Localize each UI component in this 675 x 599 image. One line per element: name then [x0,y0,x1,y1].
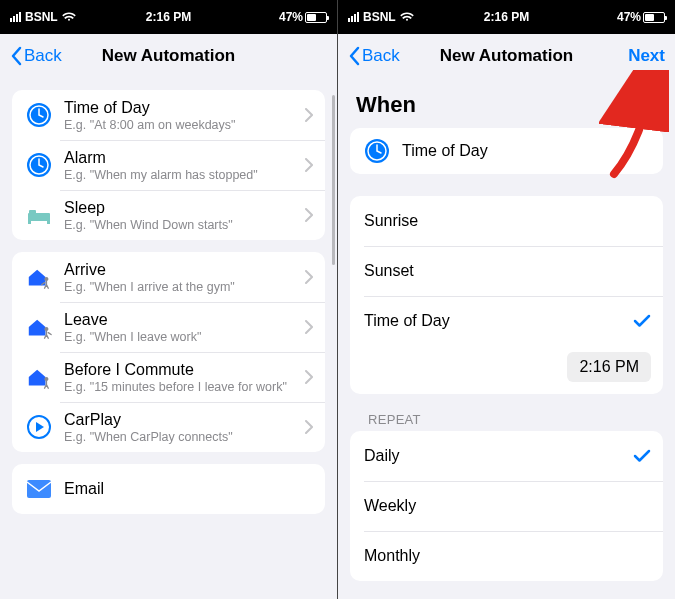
trigger-subtitle: E.g. "When I arrive at the gym" [64,280,305,294]
chevron-right-icon [305,370,313,384]
right-screen: BSNL 2:16 PM 47% Back New Automation Nex… [338,0,675,599]
time-picker[interactable]: 2:16 PM [567,352,651,382]
battery-icon [643,12,665,23]
status-time: 2:16 PM [146,10,191,24]
scrollbar-icon[interactable] [332,95,335,265]
clock-icon [364,138,390,164]
battery-icon [305,12,327,23]
trigger-time-of-day[interactable]: Time of DayE.g. "At 8:00 am on weekdays" [12,90,325,140]
cellular-signal-icon [10,12,21,22]
trigger-carplay[interactable]: CarPlayE.g. "When CarPlay connects" [12,402,325,452]
chevron-right-icon [305,420,313,434]
status-time: 2:16 PM [484,10,529,24]
status-bar: BSNL 2:16 PM 47% [338,0,675,34]
svg-rect-12 [27,480,51,498]
trigger-before-commute[interactable]: Before I CommuteE.g. "15 minutes before … [12,352,325,402]
trigger-email[interactable]: Email [12,464,325,514]
repeat-options-group: Daily Weekly Monthly [350,431,663,581]
svg-rect-4 [28,213,50,221]
trigger-subtitle: E.g. "When Wind Down starts" [64,218,305,232]
trigger-group-location: ArriveE.g. "When I arrive at the gym" Le… [12,252,325,452]
time-options-group: Sunrise Sunset Time of Day 2:16 PM [350,196,663,394]
selected-trigger-card: Time of Day [350,128,663,174]
next-button[interactable]: Next [628,46,665,66]
repeat-daily[interactable]: Daily [350,431,663,481]
chevron-left-icon [348,46,360,66]
clock-icon [26,102,52,128]
svg-rect-7 [47,220,50,224]
option-sunset[interactable]: Sunset [350,246,663,296]
carplay-icon [26,414,52,440]
trigger-group-time: Time of DayE.g. "At 8:00 am on weekdays"… [12,90,325,240]
svg-rect-6 [28,220,31,224]
chevron-right-icon [305,158,313,172]
repeat-weekly[interactable]: Weekly [350,481,663,531]
left-screen: BSNL 2:16 PM 47% Back New Automation Tim… [0,0,337,599]
trigger-title: Leave [64,311,305,329]
trigger-title: CarPlay [64,411,305,429]
checkmark-icon [633,314,651,328]
carrier-label: BSNL [25,10,58,24]
mail-icon [26,476,52,502]
battery-percent: 47% [617,10,641,24]
when-header: When [356,92,657,118]
back-label: Back [24,46,62,66]
wifi-icon [62,12,76,22]
chevron-right-icon [305,270,313,284]
home-leave-icon [26,314,52,340]
repeat-section-label: REPEAT [368,412,657,427]
triggers-list[interactable]: Time of DayE.g. "At 8:00 am on weekdays"… [0,78,337,599]
back-button[interactable]: Back [10,46,62,66]
trigger-title: Before I Commute [64,361,305,379]
trigger-title: Arrive [64,261,305,279]
back-label: Back [362,46,400,66]
trigger-group-comm: Email [12,464,325,514]
clock-icon [26,152,52,178]
trigger-subtitle: E.g. "When my alarm has stopped" [64,168,305,182]
trigger-title: Email [64,480,313,498]
checkmark-icon [633,449,651,463]
trigger-title: Alarm [64,149,305,167]
when-config[interactable]: When Time of Day Sunrise Sunset Time of … [338,78,675,599]
trigger-leave[interactable]: LeaveE.g. "When I leave work" [12,302,325,352]
home-arrive-icon [26,264,52,290]
svg-rect-5 [29,210,36,214]
trigger-title: Sleep [64,199,305,217]
carrier-label: BSNL [363,10,396,24]
option-time-of-day[interactable]: Time of Day [350,296,663,346]
wifi-icon [400,12,414,22]
trigger-subtitle: E.g. "15 minutes before I leave for work… [64,380,305,394]
battery-percent: 47% [279,10,303,24]
trigger-subtitle: E.g. "When CarPlay connects" [64,430,305,444]
bed-icon [26,202,52,228]
option-sunrise[interactable]: Sunrise [350,196,663,246]
selected-trigger-label: Time of Day [402,142,488,160]
chevron-left-icon [10,46,22,66]
home-commute-icon [26,364,52,390]
chevron-right-icon [305,108,313,122]
nav-bar: Back New Automation [0,34,337,78]
repeat-monthly[interactable]: Monthly [350,531,663,581]
trigger-title: Time of Day [64,99,305,117]
trigger-arrive[interactable]: ArriveE.g. "When I arrive at the gym" [12,252,325,302]
chevron-right-icon [305,208,313,222]
trigger-subtitle: E.g. "When I leave work" [64,330,305,344]
back-button[interactable]: Back [348,46,400,66]
nav-bar: Back New Automation Next [338,34,675,78]
chevron-right-icon [305,320,313,334]
trigger-sleep[interactable]: SleepE.g. "When Wind Down starts" [12,190,325,240]
cellular-signal-icon [348,12,359,22]
trigger-subtitle: E.g. "At 8:00 am on weekdays" [64,118,305,132]
status-bar: BSNL 2:16 PM 47% [0,0,337,34]
trigger-alarm[interactable]: AlarmE.g. "When my alarm has stopped" [12,140,325,190]
